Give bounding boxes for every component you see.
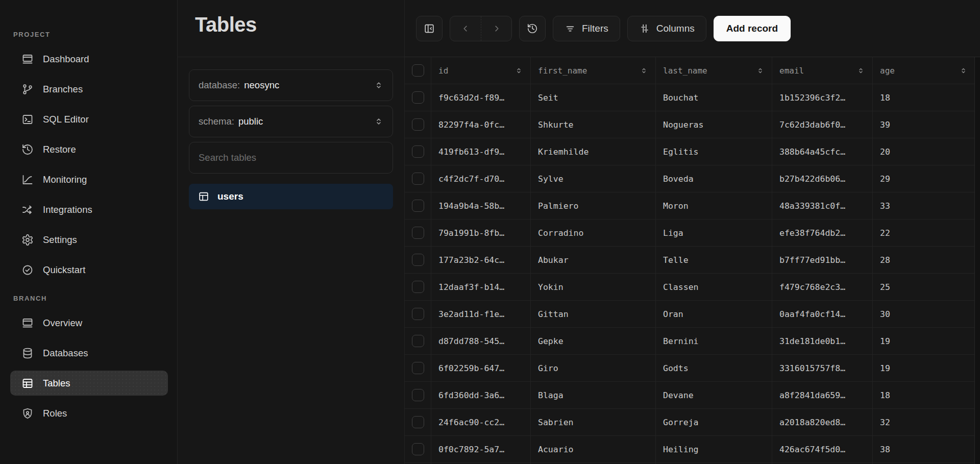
table-cell[interactable]: Acuario	[531, 436, 656, 462]
table-cell[interactable]: Shkurte	[531, 111, 656, 138]
row-checkbox[interactable]	[412, 227, 424, 239]
table-cell[interactable]: 3e2ad11d-f1e…	[431, 301, 531, 327]
row-checkbox[interactable]	[412, 145, 424, 158]
sidebar-item-branches[interactable]: Branches	[10, 77, 168, 102]
table-cell[interactable]: 38	[873, 436, 975, 462]
row-checkbox[interactable]	[412, 389, 424, 401]
column-header-first_name[interactable]: first_name	[531, 57, 656, 84]
table-cell[interactable]: c4f2dc7f-d70…	[431, 165, 531, 192]
row-checkbox[interactable]	[412, 91, 424, 104]
column-header-last_name[interactable]: last_name	[656, 57, 772, 84]
table-cell[interactable]: Yokin	[531, 274, 656, 300]
table-cell[interactable]: 3316015757f8…	[772, 355, 873, 381]
table-cell[interactable]: 177a23b2-64c…	[431, 247, 531, 273]
sidebar-item-monitoring[interactable]: Monitoring	[10, 167, 168, 192]
row-checkbox[interactable]	[412, 118, 424, 131]
table-cell[interactable]: 18	[873, 382, 975, 408]
table-cell[interactable]: 0aaf4fa0cf14…	[772, 301, 873, 327]
row-checkbox[interactable]	[412, 335, 424, 347]
table-cell[interactable]: Bernini	[656, 328, 772, 354]
table-cell[interactable]: 7c62d3dab6f0…	[772, 111, 873, 138]
table-cell[interactable]: f9c63d2d-f89…	[431, 84, 531, 111]
forward-button[interactable]	[481, 16, 511, 41]
table-cell[interactable]: 25	[873, 274, 975, 300]
table-cell[interactable]: Oran	[656, 301, 772, 327]
table-cell[interactable]: b27b422d6b06…	[772, 165, 873, 192]
table-cell[interactable]: b7ff77ed91bb…	[772, 247, 873, 273]
table-cell[interactable]: 20	[873, 138, 975, 165]
row-checkbox[interactable]	[412, 416, 424, 428]
column-header-age[interactable]: age	[873, 57, 975, 84]
sidebar-item-dashboard[interactable]: Dashboard	[10, 46, 168, 71]
schema-select[interactable]: schema: public	[189, 106, 393, 137]
row-checkbox[interactable]	[412, 200, 424, 212]
table-cell[interactable]: Gorreja	[656, 409, 772, 435]
table-cell[interactable]: f479c768e2c3…	[772, 274, 873, 300]
sidebar-item-quickstart[interactable]: Quickstart	[10, 257, 168, 282]
table-cell[interactable]: Moron	[656, 192, 772, 219]
table-cell[interactable]: 18	[873, 84, 975, 111]
table-cell[interactable]: Abukar	[531, 247, 656, 273]
table-cell[interactable]: 0f0c7892-5a7…	[431, 436, 531, 462]
table-cell[interactable]: Kriemhilde	[531, 138, 656, 165]
table-cell[interactable]: 33	[873, 192, 975, 219]
row-checkbox[interactable]	[412, 281, 424, 293]
row-checkbox[interactable]	[412, 443, 424, 455]
table-cell[interactable]: Giro	[531, 355, 656, 381]
table-cell[interactable]: Gittan	[531, 301, 656, 327]
sidebar-item-overview[interactable]: Overview	[10, 310, 168, 335]
table-cell[interactable]: 12daaf3f-b14…	[431, 274, 531, 300]
table-cell[interactable]: Heiling	[656, 436, 772, 462]
column-header-id[interactable]: id	[431, 57, 531, 84]
sidebar-item-roles[interactable]: Roles	[10, 401, 168, 426]
table-cell[interactable]: Classen	[656, 274, 772, 300]
column-header-email[interactable]: email	[772, 57, 873, 84]
table-cell[interactable]: 426ac674f5d0…	[772, 436, 873, 462]
sidebar-item-sql-editor[interactable]: SQL Editor	[10, 107, 168, 132]
filters-button[interactable]: Filters	[553, 16, 620, 41]
row-checkbox[interactable]	[412, 308, 424, 320]
table-cell[interactable]: Blaga	[531, 382, 656, 408]
table-cell[interactable]: 19	[873, 328, 975, 354]
row-checkbox[interactable]	[412, 362, 424, 374]
table-cell[interactable]: 194a9b4a-58b…	[431, 192, 531, 219]
table-cell[interactable]: Eglitis	[656, 138, 772, 165]
select-all-checkbox[interactable]	[412, 64, 424, 77]
table-cell[interactable]: 419fb613-df9…	[431, 138, 531, 165]
refresh-history-button[interactable]	[519, 16, 546, 41]
table-cell[interactable]: 48a339381c0f…	[772, 192, 873, 219]
table-cell[interactable]: 79a1991b-8fb…	[431, 219, 531, 246]
table-cell[interactable]: 29	[873, 165, 975, 192]
table-cell[interactable]: Boveda	[656, 165, 772, 192]
table-cell[interactable]: efe38f764db2…	[772, 219, 873, 246]
table-cell[interactable]: a8f2841da659…	[772, 382, 873, 408]
table-cell[interactable]: 19	[873, 355, 975, 381]
table-cell[interactable]: Sylve	[531, 165, 656, 192]
table-cell[interactable]: Bouchat	[656, 84, 772, 111]
row-checkbox[interactable]	[412, 254, 424, 266]
table-cell[interactable]: 32	[873, 409, 975, 435]
add-record-button[interactable]: Add record	[714, 16, 791, 41]
table-cell[interactable]: Gepke	[531, 328, 656, 354]
collapse-sidebar-button[interactable]	[416, 16, 443, 41]
back-button[interactable]	[450, 16, 481, 41]
table-cell[interactable]: Liga	[656, 219, 772, 246]
table-cell[interactable]: Nogueras	[656, 111, 772, 138]
table-cell[interactable]: 22	[873, 219, 975, 246]
table-cell[interactable]: Godts	[656, 355, 772, 381]
table-cell[interactable]: Palmiero	[531, 192, 656, 219]
table-cell[interactable]: 1b152396c3f2…	[772, 84, 873, 111]
table-cell[interactable]: Seit	[531, 84, 656, 111]
table-cell[interactable]: 24f6ac90-cc2…	[431, 409, 531, 435]
search-tables-input[interactable]	[189, 142, 393, 174]
table-cell[interactable]: Devane	[656, 382, 772, 408]
table-cell[interactable]: 31de181de0b1…	[772, 328, 873, 354]
sidebar-item-settings[interactable]: Settings	[10, 227, 168, 252]
row-checkbox[interactable]	[412, 173, 424, 185]
table-cell[interactable]: 28	[873, 247, 975, 273]
table-cell[interactable]: Sabrien	[531, 409, 656, 435]
table-cell[interactable]: 388b64a45cfc…	[772, 138, 873, 165]
sidebar-item-tables[interactable]: Tables	[10, 371, 168, 396]
table-cell[interactable]: Telle	[656, 247, 772, 273]
table-cell[interactable]: 82297f4a-0fc…	[431, 111, 531, 138]
